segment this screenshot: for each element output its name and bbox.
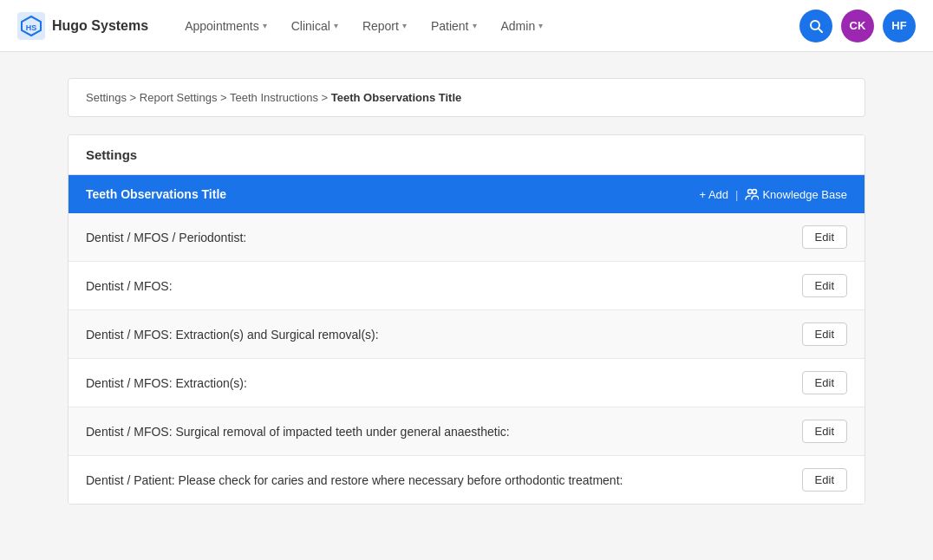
user-hf-button[interactable]: HF — [883, 10, 916, 42]
row-label: Dentist / MFOS: Surgical removal of impa… — [86, 425, 510, 439]
edit-button[interactable]: Edit — [802, 274, 847, 297]
main-content: Settings > Report Settings > Teeth Instr… — [50, 78, 883, 505]
row-label: Dentist / MFOS: Extraction(s): — [86, 376, 247, 390]
chevron-down-icon: ▾ — [473, 21, 477, 30]
table-row: Dentist / MFOS: Edit — [69, 262, 864, 310]
nav-item-appointments[interactable]: Appointments ▾ — [174, 12, 277, 40]
edit-button[interactable]: Edit — [802, 468, 847, 492]
nav-menu: Appointments ▾ Clinical ▾ Report ▾ Patie… — [174, 12, 553, 40]
chevron-down-icon: ▾ — [263, 21, 267, 30]
table-row: Dentist / MFOS: Extraction(s) and Surgic… — [69, 310, 864, 359]
breadcrumb-item-current: Teeth Observations Title — [331, 91, 462, 104]
knowledge-base-button[interactable]: Knowledge Base — [745, 187, 847, 201]
search-icon — [809, 19, 823, 33]
svg-text:HS: HS — [26, 23, 37, 32]
nav-item-report[interactable]: Report ▾ — [352, 12, 417, 40]
edit-button[interactable]: Edit — [802, 225, 847, 249]
logo-icon: HS — [17, 12, 45, 40]
edit-button[interactable]: Edit — [802, 322, 847, 346]
logo: HS Hugo Systems — [17, 12, 148, 40]
nav-item-patient[interactable]: Patient ▾ — [421, 12, 487, 40]
row-label: Dentist / MFOS: Extraction(s) and Surgic… — [86, 328, 379, 342]
navbar-left: HS Hugo Systems Appointments ▾ Clinical … — [17, 12, 553, 40]
edit-button[interactable]: Edit — [802, 420, 847, 443]
table-row: Dentist / Patient: Please check for cari… — [69, 456, 864, 504]
breadcrumb-item-settings[interactable]: Settings — [86, 91, 127, 104]
action-separator: | — [735, 188, 738, 201]
active-section-actions: + Add | Knowledge Base — [699, 187, 847, 201]
nav-item-admin[interactable]: Admin ▾ — [491, 12, 554, 40]
row-label: Dentist / MFOS: — [86, 279, 173, 293]
user-ck-button[interactable]: CK — [841, 10, 874, 42]
table-row: Dentist / MFOS: Surgical removal of impa… — [69, 407, 864, 456]
settings-card: Settings Teeth Observations Title + Add … — [68, 134, 865, 505]
svg-point-6 — [753, 190, 757, 194]
row-label: Dentist / MFOS / Periodontist: — [86, 231, 246, 244]
settings-card-header: Settings — [69, 135, 864, 175]
nav-item-clinical[interactable]: Clinical ▾ — [281, 12, 349, 40]
navbar: HS Hugo Systems Appointments ▾ Clinical … — [0, 0, 933, 52]
row-label: Dentist / Patient: Please check for cari… — [86, 473, 623, 487]
chevron-down-icon: ▾ — [538, 21, 543, 30]
table-row: Dentist / MFOS: Extraction(s): Edit — [69, 359, 864, 407]
people-icon — [745, 187, 759, 201]
active-section-row: Teeth Observations Title + Add | Knowled… — [69, 175, 864, 213]
breadcrumb-item-teeth-instructions[interactable]: Teeth Instructions — [230, 91, 318, 104]
logo-text: Hugo Systems — [52, 18, 148, 34]
breadcrumb: Settings > Report Settings > Teeth Instr… — [68, 78, 865, 117]
navbar-right: CK HF — [799, 10, 916, 42]
chevron-down-icon: ▾ — [334, 21, 338, 30]
svg-line-4 — [819, 29, 822, 32]
edit-button[interactable]: Edit — [802, 371, 847, 394]
breadcrumb-item-report-settings[interactable]: Report Settings — [140, 91, 218, 104]
table-row: Dentist / MFOS / Periodontist: Edit — [69, 213, 864, 262]
active-section-title: Teeth Observations Title — [86, 187, 226, 201]
add-button[interactable]: + Add — [699, 188, 728, 201]
chevron-down-icon: ▾ — [402, 21, 407, 30]
search-button[interactable] — [799, 10, 832, 42]
